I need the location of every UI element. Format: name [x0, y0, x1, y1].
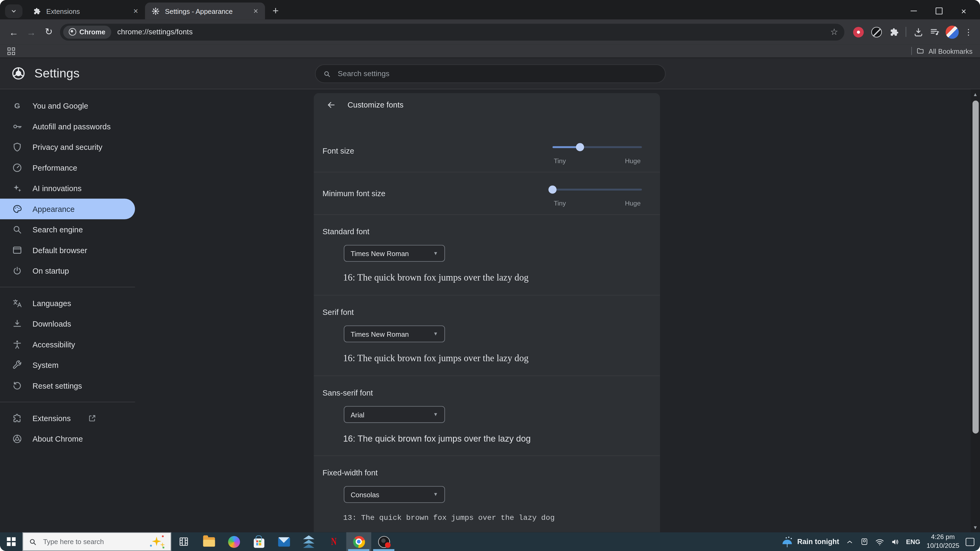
sidebar-item-about-chrome[interactable]: About Chrome [0, 429, 135, 449]
maximize-button[interactable] [926, 2, 951, 19]
puzzle-icon [888, 27, 899, 37]
sidebar-item-search-engine[interactable]: Search engine [0, 219, 135, 240]
font-size-label: Font size [323, 143, 354, 156]
profile-avatar[interactable] [946, 25, 959, 38]
forward-button[interactable]: → [22, 23, 40, 41]
url-text[interactable]: chrome://settings/fonts [117, 27, 830, 36]
font-size-slider[interactable]: Tiny Huge [552, 143, 642, 164]
back-arrow-button[interactable] [326, 100, 336, 110]
media-list-button[interactable] [926, 24, 942, 40]
weather-widget[interactable]: Rain tonight [782, 536, 839, 547]
tab-close-icon[interactable]: × [251, 6, 260, 16]
minimize-button[interactable] [901, 2, 926, 19]
settings-sidebar: G You and Google Autofill and passwords … [0, 89, 137, 532]
chevron-down-icon [11, 8, 17, 14]
sidebar-item-appearance[interactable]: Appearance [0, 198, 135, 219]
copilot-button[interactable] [221, 532, 247, 551]
page-scrollbar[interactable]: ▲ ▼ [971, 89, 980, 532]
tab-search-button[interactable] [5, 4, 22, 18]
tray-expand-button[interactable] [845, 538, 854, 546]
weather-label: Rain tonight [797, 538, 839, 545]
obs-taskbar-button[interactable] [371, 532, 396, 551]
sidebar-label: Privacy and security [32, 143, 103, 151]
clock[interactable]: 4:26 pm 10/10/2025 [926, 533, 959, 550]
network-button[interactable] [875, 537, 884, 546]
start-button[interactable] [0, 532, 22, 551]
search-highlights-icon[interactable] [150, 535, 165, 549]
tab-settings-appearance[interactable]: Settings - Appearance × [145, 2, 265, 19]
settings-search-box[interactable] [315, 64, 666, 83]
sidebar-item-languages[interactable]: Languages [0, 293, 135, 314]
sidebar-item-on-startup[interactable]: On startup [0, 260, 135, 281]
search-icon [12, 224, 22, 235]
chrome-logo-icon [69, 28, 76, 36]
extension-dark-icon[interactable] [871, 27, 882, 37]
chevron-app-button[interactable] [296, 532, 321, 551]
file-explorer-button[interactable] [196, 532, 221, 551]
sidebar-item-extensions[interactable]: Extensions [0, 408, 135, 429]
extensions-puzzle-button[interactable] [886, 24, 902, 40]
close-button[interactable]: × [951, 2, 976, 19]
new-tab-button[interactable]: + [267, 3, 284, 19]
slider-max-label: Huge [625, 199, 641, 207]
sidebar-item-reset-settings[interactable]: Reset settings [0, 376, 135, 396]
sidebar-item-you-and-google[interactable]: G You and Google [0, 95, 135, 116]
tray-device-button[interactable] [860, 537, 869, 546]
action-center-icon[interactable] [966, 538, 974, 546]
netflix-button[interactable]: N [321, 532, 346, 551]
downloads-button[interactable] [910, 24, 926, 40]
standard-font-preview: 16: The quick brown fox jumps over the l… [343, 272, 648, 283]
settings-search-input[interactable] [337, 69, 657, 79]
back-button[interactable]: ← [5, 23, 22, 41]
sidebar-item-default-browser[interactable]: Default browser [0, 240, 135, 260]
bookmark-star-icon[interactable]: ☆ [830, 27, 838, 37]
taskbar-search-input[interactable] [42, 537, 126, 546]
tab-close-icon[interactable]: × [132, 6, 140, 16]
sidebar-item-performance[interactable]: Performance [0, 157, 135, 178]
chevron-down-icon: ▼ [433, 492, 438, 497]
chrome-taskbar-button[interactable] [346, 532, 371, 551]
settings-page: Settings G You and Google Autofill and p… [0, 58, 980, 532]
serif-font-select[interactable]: Times New Roman ▼ [344, 326, 445, 342]
chrome-url-chip[interactable]: Chrome [63, 25, 111, 38]
sidebar-item-privacy[interactable]: Privacy and security [0, 137, 135, 157]
sidebar-item-downloads[interactable]: Downloads [0, 314, 135, 334]
scrollbar-down-icon[interactable]: ▼ [971, 525, 980, 530]
sidebar-item-autofill[interactable]: Autofill and passwords [0, 116, 135, 137]
microsoft-store-button[interactable] [247, 532, 271, 551]
select-value: Times New Roman [351, 330, 409, 338]
address-bar[interactable]: Chrome chrome://settings/fonts ☆ [60, 24, 844, 40]
scrollbar-thumb[interactable] [972, 101, 978, 433]
chevron-down-icon: ▼ [433, 412, 438, 418]
search-icon [323, 70, 331, 78]
browser-menu-button[interactable]: ⋮ [964, 27, 972, 37]
sidebar-label: Extensions [32, 414, 71, 423]
all-bookmarks-button[interactable]: All Bookmarks [929, 47, 972, 55]
tab-extensions[interactable]: Extensions × [26, 2, 145, 19]
volume-button[interactable] [891, 537, 900, 546]
chrome-logo-icon [353, 535, 365, 548]
extension-record-icon[interactable] [853, 27, 864, 37]
power-icon [12, 265, 22, 276]
sans-serif-font-select[interactable]: Arial ▼ [344, 406, 445, 423]
reset-icon [12, 380, 22, 391]
scrollbar-up-icon[interactable]: ▲ [971, 92, 980, 97]
sidebar-item-ai-innovations[interactable]: AI innovations [0, 178, 135, 198]
slider-thumb[interactable] [576, 143, 584, 151]
font-size-row: Font size Tiny Huge [314, 116, 660, 173]
mail-button[interactable] [271, 532, 296, 551]
fixed-width-font-select[interactable]: Consolas ▼ [344, 486, 445, 503]
task-view-button[interactable] [171, 532, 196, 551]
slider-thumb[interactable] [548, 186, 557, 194]
puzzle-icon [12, 413, 22, 424]
sidebar-item-system[interactable]: System [0, 355, 135, 375]
sidebar-item-accessibility[interactable]: Accessibility [0, 334, 135, 355]
language-indicator[interactable]: ENG [906, 538, 920, 545]
minimum-font-size-slider[interactable]: Tiny Huge [552, 186, 642, 207]
card-title: Customize fonts [347, 101, 403, 110]
apps-grid-icon[interactable] [8, 47, 15, 55]
serif-font-section: Serif font Times New Roman ▼ 16: The qui… [314, 295, 660, 376]
reload-button[interactable]: ↻ [40, 23, 57, 41]
standard-font-select[interactable]: Times New Roman ▼ [344, 245, 445, 262]
taskbar-search-box[interactable] [22, 532, 171, 551]
